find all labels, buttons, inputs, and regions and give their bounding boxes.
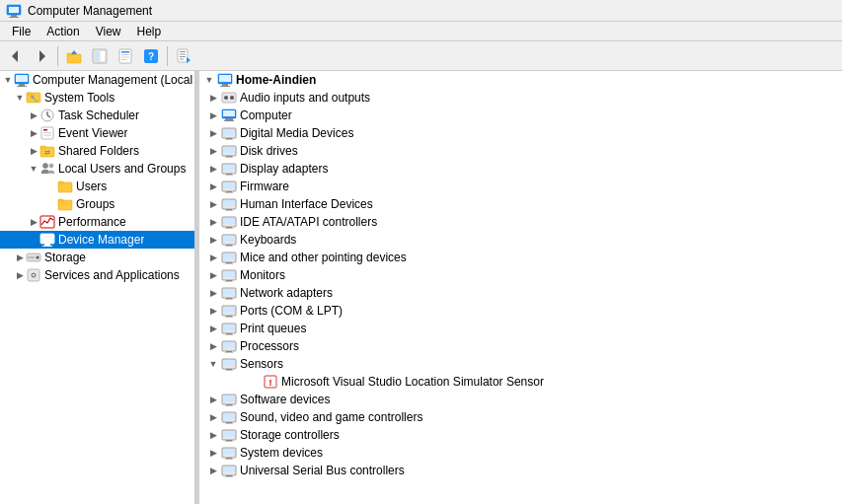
device-item-3[interactable]: Disk drives [199,142,842,160]
tree-task-scheduler[interactable]: Task Scheduler [0,107,194,124]
device-expand-arrow-20 [207,447,219,459]
device-item-1[interactable]: Computer [199,107,842,124]
device-item-14[interactable]: Processors [199,337,842,355]
svg-rect-16 [121,59,126,60]
device-item-4[interactable]: Display adapters [199,160,842,178]
device-item-20[interactable]: System devices [199,444,842,462]
svg-rect-113 [225,317,233,318]
tree-local-users-groups[interactable]: Local Users and Groups [0,160,194,178]
tree-device-manager[interactable]: Device Manager [0,231,194,249]
menu-file[interactable]: File [4,23,38,40]
svg-rect-101 [225,263,233,264]
tree-root-computer-management[interactable]: Computer Management (Local [0,71,194,89]
tree-groups[interactable]: Groups [0,195,194,213]
svg-rect-134 [226,422,232,423]
device-item-8[interactable]: Keyboards [199,231,842,249]
device-icon-15 [221,356,237,372]
root-label: Computer Management (Local [33,73,192,87]
local-users-label: Local Users and Groups [58,162,186,176]
device-icon-0 [221,90,237,106]
device-label-13: Print queues [240,322,306,335]
svg-rect-83 [223,182,235,188]
device-manager-label: Device Manager [58,233,144,247]
device-item-13[interactable]: Print queues [199,320,842,337]
expand-arrow-shared [28,145,39,157]
services-label: Services and Applications [44,268,180,282]
up-folder-button[interactable] [62,44,86,68]
svg-rect-21 [180,53,186,54]
svg-rect-143 [225,459,233,460]
device-item-10[interactable]: Monitors [199,266,842,284]
services-icon [26,267,41,283]
svg-rect-19 [178,49,188,62]
menu-action[interactable]: Action [38,23,87,40]
device-label-9: Mice and other pointing devices [240,251,407,264]
device-item-6[interactable]: Human Interface Devices [199,195,842,213]
expand-arrow-event [28,127,39,139]
device-label-12: Ports (COM & LPT) [240,304,343,318]
svg-rect-104 [226,280,232,281]
svg-text:🔧: 🔧 [30,94,38,103]
svg-rect-124 [226,369,232,370]
device-label-8: Keyboards [240,233,296,247]
device-item-2[interactable]: Digital Media Devices [199,124,842,142]
svg-rect-100 [226,262,232,263]
device-icon-10 [221,267,237,283]
device-expand-arrow-19 [207,429,219,441]
svg-rect-133 [223,413,235,419]
svg-rect-85 [225,192,233,193]
device-icon-21 [221,463,237,478]
device-icon-12 [221,303,237,319]
export-button[interactable] [172,44,195,68]
home-computer-icon [217,72,233,88]
svg-rect-47 [58,199,63,201]
menu-view[interactable]: View [88,23,129,40]
device-item-16[interactable]: ! Microsoft Visual Studio Location Simul… [199,373,842,391]
forward-button[interactable] [30,44,53,68]
device-item-9[interactable]: Mice and other pointing devices [199,249,842,266]
device-item-5[interactable]: Firmware [199,178,842,195]
back-button[interactable] [4,44,28,68]
help-button[interactable]: ? [139,44,163,68]
app-icon [6,3,22,19]
device-item-0[interactable]: Audio inputs and outputs [199,89,842,107]
device-item-15[interactable]: Sensors [199,355,842,373]
device-label-7: IDE ATA/ATAPI controllers [240,215,377,229]
device-icon-11 [221,285,237,301]
device-item-11[interactable]: Network adapters [199,284,842,302]
tree-system-tools[interactable]: 🔧 System Tools [0,89,194,107]
shared-folders-icon: ⇄ [39,143,55,159]
users-folder-icon [57,179,73,194]
svg-rect-91 [223,218,235,224]
show-hide-console-button[interactable] [88,44,112,68]
svg-text:!: ! [269,378,272,388]
tree-performance[interactable]: Performance [0,213,194,231]
svg-rect-3 [9,17,19,18]
menu-help[interactable]: Help [129,23,170,40]
tree-users[interactable]: Users [0,178,194,195]
properties-button[interactable] [114,44,137,68]
device-label-16: Microsoft Visual Studio Location Simulat… [281,375,544,389]
svg-rect-28 [17,86,27,87]
device-expand-arrow-10 [207,269,219,281]
device-item-21[interactable]: Universal Serial Bus controllers [199,462,842,479]
device-item-19[interactable]: Storage controllers [199,426,842,444]
svg-point-42 [43,164,48,169]
svg-rect-44 [58,182,72,192]
tree-event-viewer[interactable]: Event Viewer [0,124,194,142]
task-scheduler-label: Task Scheduler [58,108,139,122]
expand-arrow-task [28,109,39,121]
tree-shared-folders[interactable]: ⇄ Shared Folders [0,142,194,160]
device-item-7[interactable]: IDE ATA/ATAPI controllers [199,213,842,231]
svg-rect-108 [226,298,232,299]
svg-rect-62 [220,86,230,87]
device-item-12[interactable]: Ports (COM & LPT) [199,302,842,320]
tree-services-applications[interactable]: Services and Applications [0,266,194,284]
svg-rect-121 [225,352,233,353]
device-root-header[interactable]: Home-Aindien [199,71,842,89]
device-item-18[interactable]: Sound, video and game controllers [199,408,842,426]
tree-storage[interactable]: Storage [0,249,194,266]
device-expand-arrow-17 [207,394,219,405]
device-item-17[interactable]: Software devices [199,391,842,408]
svg-rect-81 [225,175,233,176]
